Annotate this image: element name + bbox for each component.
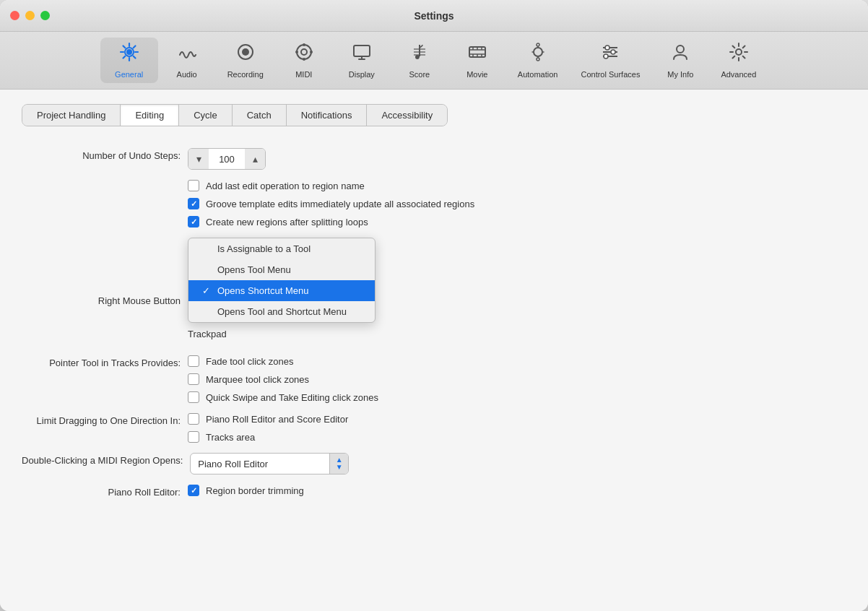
checkbox-groove-template[interactable] xyxy=(188,198,199,209)
automation-icon xyxy=(528,42,548,67)
svg-rect-10 xyxy=(354,46,370,56)
titlebar-buttons xyxy=(10,11,50,20)
subtab-project-handling[interactable]: Project Handling xyxy=(22,105,121,126)
maximize-button[interactable] xyxy=(40,11,50,20)
toolbar-item-audio-label: Audio xyxy=(177,70,197,79)
svg-point-5 xyxy=(301,49,307,55)
checkbox-create-new-regions[interactable] xyxy=(188,216,199,228)
rmb-option-opens-shortcut-menu[interactable]: ✓ Opens Shortcut Menu xyxy=(188,280,375,301)
svg-point-7 xyxy=(303,58,305,61)
titlebar: Settings xyxy=(0,0,868,32)
undo-steps-value: 100 xyxy=(209,154,245,165)
trackpad-label: Trackpad xyxy=(188,329,227,339)
checkbox-fade-tool[interactable] xyxy=(188,355,199,367)
pointer-tool-section: Pointer Tool in Tracks Provides: Fade to… xyxy=(22,355,846,403)
checkbox-create-new-regions-label: Create new regions after splitting loops xyxy=(206,217,368,228)
toolbar-item-recording-label: Recording xyxy=(227,70,264,79)
toolbar-item-advanced-label: Advanced xyxy=(721,70,756,79)
toolbar-item-general[interactable]: General xyxy=(100,38,158,83)
audio-icon xyxy=(177,42,197,67)
trackpad-row: Trackpad xyxy=(188,329,376,339)
control-surfaces-icon xyxy=(600,42,620,67)
toolbar-item-automation-label: Automation xyxy=(518,70,558,79)
checkbox-add-last-edit-label: Add last edit operation to region name xyxy=(206,181,365,191)
toolbar-item-control-surfaces-label: Control Surfaces xyxy=(581,70,640,79)
window-title: Settings xyxy=(414,10,453,22)
toolbar-item-advanced[interactable]: Advanced xyxy=(709,38,768,83)
double-click-midi-select-container[interactable]: Piano Roll Editor ▲ ▼ xyxy=(190,453,349,474)
checkbox-piano-roll-score[interactable] xyxy=(188,413,199,425)
undo-steps-label: Number of Undo Steps: xyxy=(22,148,181,161)
right-mouse-button-label: Right Mouse Button xyxy=(22,238,181,306)
checkbox-region-border[interactable] xyxy=(188,485,199,496)
double-click-midi-stepper[interactable]: ▲ ▼ xyxy=(329,454,348,474)
svg-point-32 xyxy=(677,46,684,53)
content-area: Project Handling Editing Cycle Catch Not… xyxy=(0,90,868,611)
svg-point-0 xyxy=(126,49,132,55)
rmb-option-opens-tool-menu[interactable]: Opens Tool Menu xyxy=(188,259,375,280)
undo-steps-increase[interactable]: ▴ xyxy=(245,149,265,169)
checkbox-piano-roll-score-label: Piano Roll Editor and Score Editor xyxy=(206,414,348,425)
toolbar-item-my-info-label: My Info xyxy=(667,70,693,79)
svg-point-3 xyxy=(242,48,249,56)
subtab-catch[interactable]: Catch xyxy=(233,105,287,126)
recording-icon xyxy=(235,42,256,67)
minimize-button[interactable] xyxy=(25,11,35,20)
right-mouse-button-popup[interactable]: Is Assignable to a Tool Opens Tool Menu … xyxy=(188,238,376,323)
undo-steps-stepper[interactable]: ▾ 100 ▴ xyxy=(188,148,266,170)
checkbox-marquee-tool[interactable] xyxy=(188,373,199,385)
toolbar-item-midi-label: MIDI xyxy=(295,70,312,79)
undo-steps-decrease[interactable]: ▾ xyxy=(188,149,209,169)
rmb-option-is-assignable[interactable]: Is Assignable to a Tool xyxy=(188,238,375,259)
advanced-icon xyxy=(729,42,749,67)
close-button[interactable] xyxy=(10,11,19,20)
svg-point-33 xyxy=(736,49,742,55)
checkbox-tracks-area-label: Tracks area xyxy=(206,432,255,443)
checkbox-fade-tool-label: Fade tool click zones xyxy=(206,356,293,367)
subtab-cycle[interactable]: Cycle xyxy=(179,105,233,126)
toolbar-item-control-surfaces[interactable]: Control Surfaces xyxy=(569,38,651,83)
svg-point-4 xyxy=(297,45,311,59)
toolbar-item-movie[interactable]: Movie xyxy=(448,38,506,83)
rmb-option-opens-tool-shortcut-menu[interactable]: Opens Tool and Shortcut Menu xyxy=(188,301,375,322)
double-click-midi-label: Double-Clicking a MIDI Region Opens: xyxy=(22,453,183,466)
toolbar: General Audio Recording xyxy=(0,32,868,90)
svg-point-8 xyxy=(295,51,298,53)
checkbox-group-1: Add last edit operation to region name G… xyxy=(22,180,846,228)
svg-point-23 xyxy=(534,48,542,56)
checkbox-add-last-edit[interactable] xyxy=(188,180,199,191)
toolbar-item-display-label: Display xyxy=(349,70,375,79)
editing-settings: Number of Undo Steps: ▾ 100 ▴ xyxy=(22,148,846,498)
toolbar-item-audio[interactable]: Audio xyxy=(158,38,216,83)
toolbar-item-automation[interactable]: Automation xyxy=(506,38,570,83)
svg-point-6 xyxy=(303,43,305,46)
toolbar-item-score[interactable]: Score xyxy=(391,38,448,83)
rmb-check-opens-shortcut-menu: ✓ xyxy=(200,285,212,296)
subtab-notifications[interactable]: Notifications xyxy=(287,105,368,126)
checkbox-quick-swipe-label: Quick Swipe and Take Editing click zones xyxy=(206,392,378,403)
checkbox-quick-swipe[interactable] xyxy=(188,391,199,403)
my-info-icon xyxy=(670,42,690,67)
toolbar-item-score-label: Score xyxy=(409,70,430,79)
display-icon xyxy=(352,42,372,67)
pointer-tool-label: Pointer Tool in Tracks Provides: xyxy=(22,355,181,368)
movie-icon xyxy=(467,42,487,67)
undo-steps-row: Number of Undo Steps: ▾ 100 ▴ xyxy=(22,148,846,170)
subtab-accessibility[interactable]: Accessibility xyxy=(367,105,447,126)
svg-point-31 xyxy=(604,54,608,58)
settings-window: Settings General Audio xyxy=(0,0,868,611)
toolbar-item-display[interactable]: Display xyxy=(333,38,391,83)
toolbar-item-recording[interactable]: Recording xyxy=(216,38,275,83)
svg-point-30 xyxy=(611,50,615,54)
toolbar-item-my-info[interactable]: My Info xyxy=(651,38,709,83)
piano-roll-editor-label: Piano Roll Editor: xyxy=(22,485,181,498)
subtabs: Project Handling Editing Cycle Catch Not… xyxy=(22,104,448,126)
midi-icon xyxy=(294,42,314,67)
toolbar-item-midi[interactable]: MIDI xyxy=(275,38,333,83)
limit-dragging-section: Limit Dragging to One Direction In: Pian… xyxy=(22,413,846,443)
toolbar-item-movie-label: Movie xyxy=(466,70,487,79)
subtab-editing[interactable]: Editing xyxy=(121,105,179,126)
limit-dragging-label: Limit Dragging to One Direction In: xyxy=(22,413,181,426)
score-icon xyxy=(409,42,430,67)
checkbox-tracks-area[interactable] xyxy=(188,431,199,443)
